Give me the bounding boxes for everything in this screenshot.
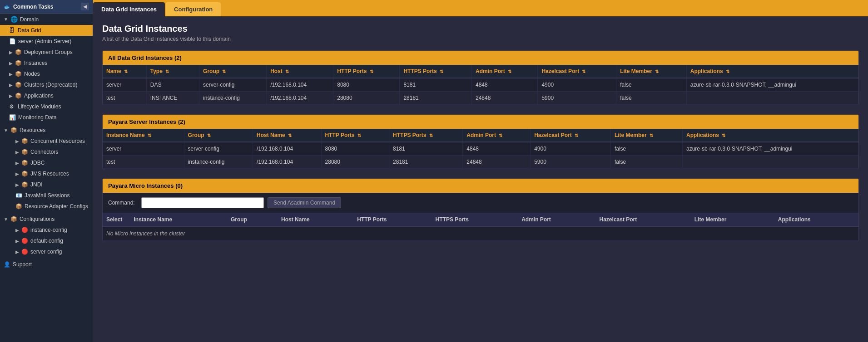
sidebar-item-jndi[interactable]: ▶ 📦 JNDI bbox=[0, 179, 93, 190]
sc-icon: 🔴 bbox=[21, 249, 28, 255]
ps-col-admin-port[interactable]: Admin Port ⇅ bbox=[463, 129, 531, 142]
datagrid-icon: 🗄 bbox=[9, 27, 15, 34]
sidebar-item-default-config[interactable]: ▶ 🔴 default-config bbox=[0, 235, 93, 246]
fish-icon: 🐟 bbox=[4, 4, 10, 10]
sort-ps-admin-icon: ⇅ bbox=[499, 133, 502, 138]
all-instances-table: Name ⇅ Type ⇅ Group ⇅ Host ⇅ HTTP Ports … bbox=[103, 65, 858, 105]
resources-icon: 📦 bbox=[10, 127, 17, 133]
table-row: testINSTANCEinstance-config/192.168.0.10… bbox=[103, 92, 858, 105]
sidebar-item-javamail[interactable]: 📧 JavaMail Sessions bbox=[0, 190, 93, 201]
dc-icon: 🔴 bbox=[21, 238, 28, 244]
col-name[interactable]: Name ⇅ bbox=[103, 65, 146, 78]
jms-label: JMS Resources bbox=[30, 171, 69, 177]
micro-col-hazelcast-port: Hazelcast Port bbox=[595, 213, 690, 226]
table-row: testinstance-config/192.168.0.1042808028… bbox=[103, 156, 858, 169]
tab-data-grid-instances[interactable]: Data Grid Instances bbox=[93, 2, 165, 16]
col-lite-member[interactable]: Lite Member ⇅ bbox=[616, 65, 687, 78]
sidebar-item-deployment-groups[interactable]: ▶ 📦 Deployment Groups bbox=[0, 47, 93, 58]
sidebar-item-jms[interactable]: ▶ 📦 JMS Resources bbox=[0, 168, 93, 179]
ps-col-hostname[interactable]: Host Name ⇅ bbox=[253, 129, 321, 142]
all-instances-body: serverDASserver-config/192.168.0.1048080… bbox=[103, 78, 858, 105]
sidebar-item-jdbc[interactable]: ▶ 📦 JDBC bbox=[0, 157, 93, 168]
applications-label: Applications bbox=[24, 93, 54, 99]
jdbc-arrow-icon: ▶ bbox=[15, 161, 19, 166]
jndi-icon: 📦 bbox=[21, 181, 28, 188]
col-host[interactable]: Host ⇅ bbox=[267, 65, 333, 78]
resources-row[interactable]: ▼ 📦 Resources bbox=[0, 125, 93, 136]
sidebar-item-concurrent[interactable]: ▶ 📦 Concurrent Resources bbox=[0, 136, 93, 147]
common-tasks-label: Common Tasks bbox=[13, 4, 53, 10]
sidebar-item-clusters[interactable]: ▶ 📦 Clusters (Deprecated) bbox=[0, 79, 93, 90]
jdbc-icon: 📦 bbox=[21, 160, 28, 166]
nodes-label: Nodes bbox=[24, 71, 40, 77]
sidebar-toggle-button[interactable]: ◀ bbox=[81, 3, 89, 10]
sort-ps-group-icon: ⇅ bbox=[207, 133, 211, 138]
micro-col-lite-member: Lite Member bbox=[690, 213, 774, 226]
ps-col-lite-member[interactable]: Lite Member ⇅ bbox=[610, 129, 682, 142]
sidebar-item-lifecycle[interactable]: ⚙ Lifecycle Modules bbox=[0, 101, 93, 112]
col-type[interactable]: Type ⇅ bbox=[146, 65, 199, 78]
support-icon: 👤 bbox=[4, 261, 10, 268]
jndi-arrow-icon: ▶ bbox=[15, 182, 19, 187]
col-https-ports[interactable]: HTTPS Ports ⇅ bbox=[400, 65, 472, 78]
server-label: server (Admin Server) bbox=[18, 38, 71, 44]
ps-col-instance-name[interactable]: Instance Name ⇅ bbox=[103, 129, 184, 142]
tab-bar: Data Grid Instances Configuration bbox=[93, 0, 868, 16]
monitoring-icon: 📊 bbox=[9, 114, 16, 121]
jms-icon: 📦 bbox=[21, 171, 28, 177]
sidebar-item-instance-config[interactable]: ▶ 🔴 instance-config bbox=[0, 225, 93, 235]
nodes-icon: 📦 bbox=[15, 71, 22, 77]
col-http-ports[interactable]: HTTP Ports ⇅ bbox=[333, 65, 400, 78]
sidebar-item-server[interactable]: 📄 server (Admin Server) bbox=[0, 36, 93, 47]
configurations-row[interactable]: ▼ 📦 Configurations bbox=[0, 214, 93, 225]
payara-micro-header: Payara Micro Instances (0) bbox=[103, 179, 858, 193]
sort-ps-https-icon: ⇅ bbox=[429, 133, 433, 138]
sidebar-item-instances[interactable]: ▶ 📦 Instances bbox=[0, 58, 93, 68]
micro-col-group: Group bbox=[227, 213, 277, 226]
dg-label: Deployment Groups bbox=[24, 49, 73, 55]
globe-icon: 🌐 bbox=[10, 16, 18, 23]
col-group[interactable]: Group ⇅ bbox=[199, 65, 267, 78]
sidebar-item-server-config[interactable]: ▶ 🔴 server-config bbox=[0, 246, 93, 257]
resources-arrow-icon: ▼ bbox=[4, 128, 8, 133]
sidebar-item-support[interactable]: 👤 Support bbox=[0, 259, 93, 270]
server-icon: 📄 bbox=[9, 38, 16, 44]
javamail-label: JavaMail Sessions bbox=[25, 192, 69, 199]
concurrent-label: Concurrent Resources bbox=[30, 138, 85, 144]
clusters-icon: 📦 bbox=[15, 82, 22, 88]
col-admin-port[interactable]: Admin Port ⇅ bbox=[471, 65, 537, 78]
command-input[interactable] bbox=[141, 197, 264, 208]
payara-server-section: Payara Server Instances (2) Instance Nam… bbox=[102, 114, 859, 169]
sidebar-item-monitoring[interactable]: 📊 Monitoring Data bbox=[0, 112, 93, 123]
ps-col-http-ports[interactable]: HTTP Ports ⇅ bbox=[321, 129, 389, 142]
sidebar-item-connectors[interactable]: ▶ 📦 Connectors bbox=[0, 147, 93, 157]
sidebar-item-nodes[interactable]: ▶ 📦 Nodes bbox=[0, 68, 93, 79]
sort-apps-icon: ⇅ bbox=[726, 69, 729, 74]
ps-col-group[interactable]: Group ⇅ bbox=[184, 129, 253, 142]
micro-col-applications: Applications bbox=[774, 213, 858, 226]
configurations-label: Configurations bbox=[20, 216, 55, 222]
payara-server-table: Instance Name ⇅ Group ⇅ Host Name ⇅ HTTP… bbox=[103, 129, 858, 169]
apps-icon: 📦 bbox=[15, 93, 22, 99]
sidebar: 🐟 Common Tasks ◀ ▼ 🌐 Domain 🗄 Data Grid … bbox=[0, 0, 93, 342]
page-subtitle: A list of the Data Grid Instances visibl… bbox=[102, 36, 859, 42]
ps-col-applications[interactable]: Applications ⇅ bbox=[683, 129, 858, 142]
sidebar-item-datagrid[interactable]: 🗄 Data Grid bbox=[0, 25, 93, 36]
sort-host-icon: ⇅ bbox=[285, 69, 289, 74]
micro-col-admin-port: Admin Port bbox=[518, 213, 595, 226]
connectors-arrow-icon: ▶ bbox=[15, 150, 19, 155]
resources-label: Resources bbox=[20, 127, 45, 133]
domain-label[interactable]: Domain bbox=[20, 16, 39, 23]
tab-configuration[interactable]: Configuration bbox=[166, 2, 221, 16]
domain-arrow-icon: ▼ bbox=[4, 17, 8, 22]
no-data-cell: No Micro instances in the cluster bbox=[103, 226, 858, 241]
send-asadmin-button[interactable]: Send Asadmin Command bbox=[268, 197, 341, 208]
col-applications[interactable]: Applications ⇅ bbox=[686, 65, 858, 78]
sidebar-item-applications[interactable]: ▶ 📦 Applications bbox=[0, 90, 93, 101]
sidebar-item-resource-adapter[interactable]: 📦 Resource Adapter Configs bbox=[0, 201, 93, 212]
ps-col-hazelcast-port[interactable]: Hazelcast Port ⇅ bbox=[531, 129, 611, 142]
col-hazelcast-port[interactable]: Hazelcast Port ⇅ bbox=[538, 65, 616, 78]
ps-col-https-ports[interactable]: HTTPS Ports ⇅ bbox=[389, 129, 463, 142]
clusters-label: Clusters (Deprecated) bbox=[24, 82, 77, 88]
micro-col-instance-name: Instance Name bbox=[130, 213, 227, 226]
